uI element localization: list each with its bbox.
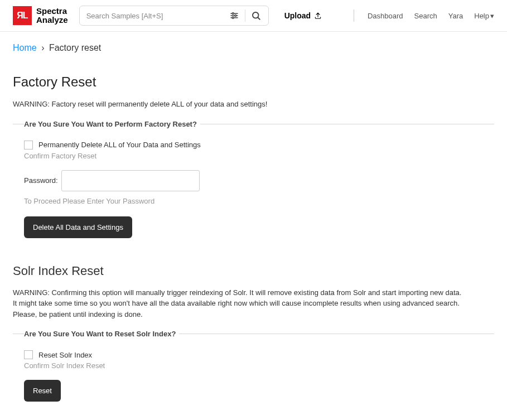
solr-warning-l3: Please, be patient until indexing is don… bbox=[13, 310, 143, 318]
upload-label: Upload bbox=[284, 11, 311, 20]
filter-icon[interactable] bbox=[225, 8, 243, 23]
page-title: Factory Reset bbox=[13, 74, 494, 90]
search-icon[interactable] bbox=[247, 8, 265, 23]
solr-checkbox-row: Reset Solr Index bbox=[24, 350, 483, 359]
breadcrumb: Home › Factory reset bbox=[13, 32, 494, 59]
solr-title: Solr Index Reset bbox=[13, 264, 494, 278]
factory-fieldset: Are You Sure You Want to Perform Factory… bbox=[13, 120, 494, 249]
logo-line1: Spectra bbox=[36, 7, 68, 16]
upload-button[interactable]: Upload bbox=[284, 11, 322, 20]
upload-icon bbox=[314, 12, 322, 20]
nav-dashboard[interactable]: Dashboard bbox=[368, 12, 403, 20]
factory-checkbox-row: Permanently Delete ALL of Your Data and … bbox=[24, 141, 483, 149]
solr-reset-button[interactable]: Reset bbox=[24, 380, 61, 402]
solr-fieldset: Are You Sure You Want to Reset Solr Inde… bbox=[13, 330, 494, 413]
nav-links: Dashboard Search Yara Help ▾ bbox=[354, 9, 494, 22]
search-input[interactable] bbox=[86, 12, 225, 20]
logo-text: Spectra Analyze bbox=[36, 7, 68, 25]
factory-legend: Are You Sure You Want to Perform Factory… bbox=[24, 120, 200, 128]
nav-help-label: Help bbox=[474, 12, 489, 20]
breadcrumb-home[interactable]: Home bbox=[13, 43, 37, 52]
nav-help[interactable]: Help ▾ bbox=[474, 12, 494, 20]
password-row: Password: bbox=[24, 170, 483, 191]
delete-all-button[interactable]: Delete All Data and Settings bbox=[24, 216, 132, 238]
password-label: Password: bbox=[24, 176, 58, 185]
password-input[interactable] bbox=[61, 170, 200, 191]
app-header: ЯL Spectra Analyze Upload bbox=[0, 0, 507, 32]
brand-logo[interactable]: ЯL Spectra Analyze bbox=[13, 6, 68, 25]
chevron-down-icon: ▾ bbox=[490, 12, 494, 20]
search-box[interactable] bbox=[79, 6, 269, 26]
svg-point-5 bbox=[232, 17, 234, 18]
nav-divider bbox=[354, 9, 354, 22]
password-helper: To Proceed Please Enter Your Password bbox=[24, 197, 483, 205]
logo-line2: Analyze bbox=[36, 16, 68, 25]
solr-checkbox-label: Reset Solr Index bbox=[38, 351, 92, 359]
factory-delete-checkbox[interactable] bbox=[24, 141, 33, 149]
solr-warning-l1: WARNING: Confirming this option will man… bbox=[13, 288, 461, 297]
svg-line-7 bbox=[258, 17, 260, 20]
breadcrumb-current: Factory reset bbox=[49, 43, 101, 52]
main-content: Home › Factory reset Factory Reset WARNI… bbox=[0, 32, 507, 420]
solr-warning: WARNING: Confirming this option will man… bbox=[13, 287, 494, 320]
nav-yara[interactable]: Yara bbox=[448, 12, 463, 20]
factory-checkbox-label: Permanently Delete ALL of Your Data and … bbox=[38, 141, 201, 149]
svg-point-3 bbox=[234, 15, 236, 17]
factory-confirm-helper: Confirm Factory Reset bbox=[24, 152, 483, 160]
solr-confirm-helper: Confirm Solr Index Reset bbox=[24, 361, 483, 370]
factory-warning: WARNING: Factory reset will permanently … bbox=[13, 99, 494, 110]
svg-point-1 bbox=[232, 13, 234, 15]
breadcrumb-sep: › bbox=[41, 43, 44, 52]
solr-reset-checkbox[interactable] bbox=[24, 350, 33, 359]
search-divider bbox=[245, 9, 245, 22]
solr-legend: Are You Sure You Want to Reset Solr Inde… bbox=[24, 330, 179, 338]
logo-mark: ЯL bbox=[13, 6, 32, 25]
nav-search[interactable]: Search bbox=[414, 12, 437, 20]
solr-warning-l2: It might take some time so you won't hav… bbox=[13, 299, 460, 307]
